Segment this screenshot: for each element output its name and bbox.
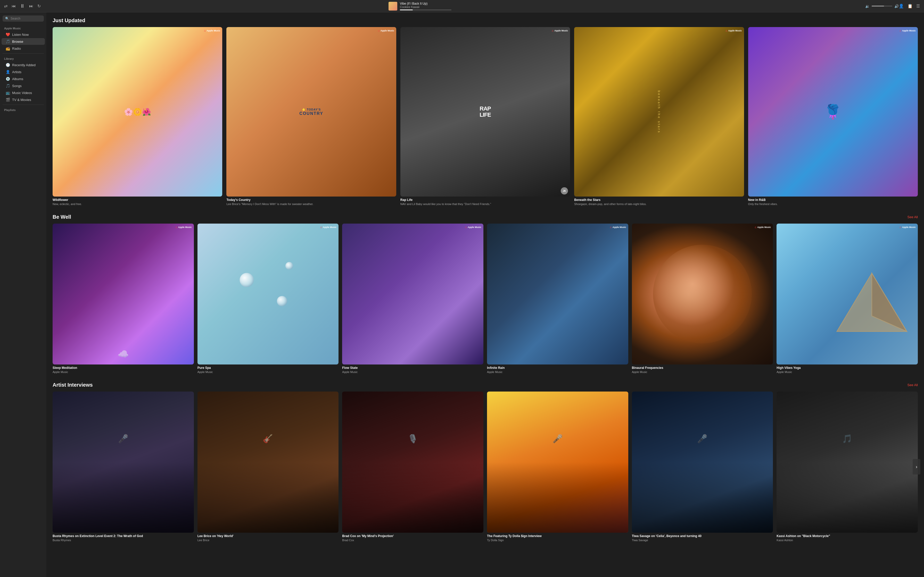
progress-bar[interactable] [400, 10, 451, 10]
tv-movies-icon: 🎬 [6, 98, 10, 102]
card-highvibes-subtitle: Apple Music [777, 370, 918, 374]
sidebar-item-music-videos[interactable]: 📺 Music Videos [2, 89, 45, 96]
card-raplife[interactable]: RAPLIFE ♫ Apple Music JK Rap Life NAV an… [401, 27, 570, 206]
playlists-section-label: Playlists [0, 106, 47, 113]
card-binaural-subtitle: Apple Music [632, 370, 773, 374]
search-bar[interactable]: 🔍 [3, 15, 44, 22]
interview-card-tydolla[interactable]: 🎤 The Featuring Ty Dolla $ign Interview … [487, 392, 628, 542]
shuffle-button[interactable]: ⇄ [4, 3, 8, 8]
interview-art-brad: 🎙️ [342, 392, 483, 533]
account-icon[interactable]: 👤 [899, 3, 904, 8]
volume-low-icon: 🔉 [865, 4, 870, 8]
previous-button[interactable]: ⏮ [11, 4, 16, 8]
sidebar-item-browse[interactable]: 🎵 Browse [2, 38, 45, 45]
card-rain[interactable]: ♫Apple Music Infinite Rain Apple Music [487, 224, 628, 374]
sidebar-item-label-artists: Artists [12, 70, 21, 74]
interviews-wrapper: 🎤 Busta Rhymes on Extinction Level Event… [53, 392, 918, 542]
interview-art-busta: 🎤 [53, 392, 194, 533]
content-area: Just Updated 🌸🌼🌺 ♫ Apple Music Wildflo [47, 12, 924, 577]
card-binaural-art: ♫Apple Music [632, 224, 773, 365]
card-beneath-title: Beneath the Stars [574, 198, 744, 202]
repeat-button[interactable]: ↻ [37, 3, 41, 8]
interview-card-lee[interactable]: 🎸 Lee Brice on 'Hey World' Lee Brice [197, 392, 339, 542]
card-sleep-art: ♫Apple Music ☁️ [53, 224, 194, 365]
miniplayer-icon[interactable]: 📋 [908, 3, 913, 8]
just-updated-grid: 🌸🌼🌺 ♫ Apple Music Wildflower New, eclect… [53, 27, 918, 206]
sidebar-item-label-tv-movies: TV & Movies [12, 98, 31, 102]
interview-subtitle-tiwa: Tiwa Savage [632, 538, 773, 542]
card-binaural[interactable]: ♫Apple Music Binaural Frequencies Apple … [632, 224, 773, 374]
interviews-see-all[interactable]: See All [908, 383, 918, 387]
music-videos-icon: 📺 [6, 91, 10, 95]
sidebar-item-albums[interactable]: 💿 Albums [2, 76, 45, 82]
card-newinrb-title: New in R&B [748, 198, 918, 202]
interview-art-kassi: 🎵 [777, 392, 918, 533]
card-newinrb[interactable]: 🌹 ♫ Apple Music New in R&B Only the fres… [748, 27, 918, 206]
card-highvibes-art: ♫Apple Music [777, 224, 918, 365]
interview-card-tiwa[interactable]: 🎤 Tiwa Savage on 'Celia', Beyonce and tu… [632, 392, 773, 542]
interview-card-kassi[interactable]: 🎵 Kassi Ashton on "Black Motorcycle" Kas… [777, 392, 918, 542]
card-beneath-subtitle: Shoegaze, dream-pop, and other forms of … [574, 202, 744, 206]
card-raplife-title: Rap Life [401, 198, 570, 202]
card-country-art: ⭐ TODAY'S COUNTRY ♫ Apple Music [226, 27, 396, 197]
just-updated-header: Just Updated [53, 18, 918, 23]
sidebar-item-artists[interactable]: 👤 Artists [2, 69, 45, 75]
card-newinrb-subtitle: Only the freshest vibes. [748, 202, 918, 206]
card-raplife-subtitle: NAV and Lil Baby would like you to know … [401, 202, 570, 206]
menu-icon[interactable]: ☰ [916, 3, 920, 8]
interview-subtitle-kassi: Kassi Ashton [777, 538, 918, 542]
sidebar-item-label-music-videos: Music Videos [12, 91, 32, 95]
now-playing-title: Vibe (If I Back It Up) [400, 2, 517, 5]
interview-subtitle-lee: Lee Brice [197, 538, 339, 542]
sidebar-item-listen-now[interactable]: ❤️ Listen Now [2, 31, 45, 38]
just-updated-title: Just Updated [53, 18, 85, 23]
be-well-grid: ♫Apple Music ☁️ Sleep Meditation Apple M… [53, 224, 918, 374]
be-well-header: Be Well See All [53, 214, 918, 220]
interview-title-busta: Busta Rhymes on Extinction Level Event 2… [53, 534, 194, 538]
card-highvibes-title: High Vibes Yoga [777, 366, 918, 370]
card-spa[interactable]: ♫Apple Music Pure Spa Apple Music [197, 224, 339, 374]
interview-card-brad[interactable]: 🎙️ Brad Cox on 'My Mind's Projection' Br… [342, 392, 483, 542]
volume-slider[interactable] [872, 6, 892, 6]
card-rain-title: Infinite Rain [487, 366, 628, 370]
be-well-see-all[interactable]: See All [908, 215, 918, 219]
card-wildflower[interactable]: 🌸🌼🌺 ♫ Apple Music Wildflower New, eclect… [53, 27, 222, 206]
interview-title-tiwa: Tiwa Savage on 'Celia', Beyonce and turn… [632, 534, 773, 538]
sidebar-item-label-recently-added: Recently Added [12, 63, 36, 67]
interview-title-tydolla: The Featuring Ty Dolla $ign Interview [487, 534, 628, 538]
card-newinrb-art: 🌹 ♫ Apple Music [748, 27, 918, 197]
search-input[interactable] [11, 17, 41, 20]
pause-button[interactable]: ⏸ [20, 3, 25, 9]
sidebar-item-recently-added[interactable]: 🕐 Recently Added [2, 61, 45, 68]
recently-added-icon: 🕐 [6, 63, 10, 67]
card-sleep[interactable]: ♫Apple Music ☁️ Sleep Meditation Apple M… [53, 224, 194, 374]
card-country[interactable]: ⭐ TODAY'S COUNTRY ♫ Apple Music Today's … [226, 27, 396, 206]
scroll-next-arrow[interactable]: › [913, 459, 921, 474]
interview-subtitle-tydolla: Ty Dolla Sign [487, 538, 628, 542]
card-flow-art: ♫Apple Music [342, 224, 483, 365]
card-sleep-subtitle: Apple Music [53, 370, 194, 374]
now-playing: Vibe (If I Back It Up) Cookiee Kawaii [389, 2, 517, 11]
listen-now-icon: ❤️ [6, 32, 10, 37]
card-wildflower-subtitle: New, eclectic, and free. [53, 202, 222, 206]
sidebar-item-label-browse: Browse [12, 40, 23, 44]
sidebar-item-tv-movies[interactable]: 🎬 TV & Movies [2, 96, 45, 103]
be-well-section: Be Well See All ♫Apple Music ☁️ Sleep Me… [53, 214, 918, 374]
volume-fill [872, 6, 884, 6]
search-icon: 🔍 [5, 17, 9, 20]
card-flow[interactable]: ♫Apple Music Flow State Apple Music [342, 224, 483, 374]
card-rain-subtitle: Apple Music [487, 370, 628, 374]
sidebar-item-radio[interactable]: 📻 Radio [2, 45, 45, 52]
next-button[interactable]: ⏭ [29, 4, 33, 8]
card-beneath[interactable]: beneath the stars ♫ Apple Music Beneath … [574, 27, 744, 206]
just-updated-section: Just Updated 🌸🌼🌺 ♫ Apple Music Wildflo [53, 18, 918, 206]
sidebar: 🔍 Apple Music ❤️ Listen Now 🎵 Browse 📻 R… [0, 12, 47, 577]
card-highvibes[interactable]: ♫Apple Music High Vibes Yoga [777, 224, 918, 374]
now-playing-info: Vibe (If I Back It Up) Cookiee Kawaii [400, 2, 517, 10]
interview-card-busta[interactable]: 🎤 Busta Rhymes on Extinction Level Event… [53, 392, 194, 542]
card-flow-title: Flow State [342, 366, 483, 370]
badge-wildflower: ♫ Apple Music [204, 29, 220, 32]
card-rain-art: ♫Apple Music [487, 224, 628, 365]
card-raplife-art: RAPLIFE ♫ Apple Music JK [401, 27, 570, 197]
sidebar-item-songs[interactable]: 🎵 Songs [2, 82, 45, 89]
